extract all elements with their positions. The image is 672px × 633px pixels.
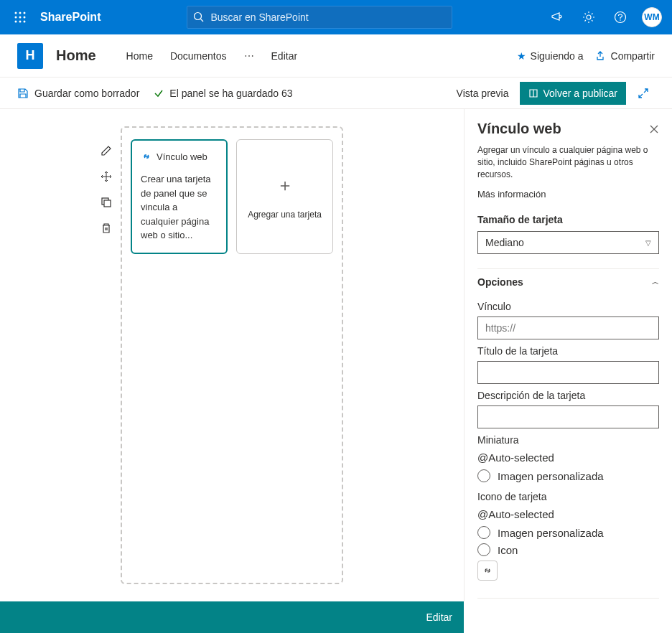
site-nav: Home Documentos ⋯ Editar xyxy=(126,50,298,62)
svg-point-2 xyxy=(24,12,26,14)
card-title-field-label: Título de la tarjeta xyxy=(477,345,659,357)
add-card-button[interactable]: ＋ Agregar una tarjeta xyxy=(236,139,333,254)
panel-close-button[interactable] xyxy=(649,124,659,134)
site-title: Home xyxy=(56,47,96,64)
saved-label: El panel se ha guardado 63 xyxy=(169,88,292,99)
audience-section-header[interactable]: Segmentación de audiencias ︿ xyxy=(477,598,659,601)
move-icon xyxy=(101,171,112,182)
move-card-button[interactable] xyxy=(95,165,118,188)
svg-point-1 xyxy=(19,12,22,14)
options-section-header[interactable]: Opciones ︿ xyxy=(477,268,659,295)
plus-icon: ＋ xyxy=(276,174,294,197)
bottom-bar: Editar xyxy=(0,601,464,633)
card-toolbar xyxy=(95,139,118,240)
expand-icon[interactable] xyxy=(638,88,655,99)
edit-card-button[interactable] xyxy=(95,139,118,162)
card-size-value: Mediano xyxy=(485,237,524,248)
svg-point-13 xyxy=(620,19,621,21)
thumbnail-label: Miniatura xyxy=(477,434,659,446)
preview-button[interactable]: Vista previa xyxy=(457,88,509,99)
dashboard-container: Vínculo web Crear una tarjeta de panel q… xyxy=(121,126,343,584)
user-avatar[interactable]: WM xyxy=(638,0,666,34)
close-icon xyxy=(649,124,659,134)
suite-bar: SharePoint WM xyxy=(0,0,672,34)
link-icon xyxy=(482,566,493,576)
options-label: Opciones xyxy=(477,276,523,288)
check-icon xyxy=(154,88,164,98)
pencil-icon xyxy=(101,145,112,156)
radio-icon xyxy=(477,543,490,556)
share-button[interactable]: Compartir xyxy=(595,50,655,62)
svg-point-5 xyxy=(24,17,26,19)
book-icon xyxy=(528,88,538,98)
nav-overflow-icon[interactable]: ⋯ xyxy=(244,50,254,62)
nav-item-edit[interactable]: Editar xyxy=(271,50,298,62)
republish-label: Volver a publicar xyxy=(543,88,617,99)
chevron-up-icon: ︿ xyxy=(652,277,659,287)
radio-icon xyxy=(477,526,490,539)
svg-point-9 xyxy=(195,13,202,20)
duplicate-card-button[interactable] xyxy=(95,191,118,214)
bottom-edit-button[interactable]: Editar xyxy=(426,611,452,623)
command-bar: Guardar como borrador El panel se ha gua… xyxy=(0,78,672,109)
avatar-initials: WM xyxy=(642,7,662,27)
card-icon-auto-selected: @Auto-selected xyxy=(477,508,659,520)
card-icon-icon-label: Icon xyxy=(498,544,518,556)
trash-icon xyxy=(101,222,112,234)
follow-button[interactable]: ★ Siguiendo a xyxy=(517,50,584,62)
card-body: Crear una tarjeta de panel que se vincul… xyxy=(141,172,218,243)
card-desc-field-label: Descripción de la tarjeta xyxy=(477,390,659,401)
link-field-label: Vínculo xyxy=(477,301,659,312)
more-info-link[interactable]: Más información xyxy=(477,189,659,200)
svg-point-8 xyxy=(24,21,26,23)
app-launcher-icon[interactable] xyxy=(3,0,37,34)
svg-point-3 xyxy=(15,17,17,19)
card-icon-custom-radio[interactable]: Imagen personalizada xyxy=(477,526,659,539)
site-logo[interactable]: H xyxy=(17,43,43,69)
svg-line-10 xyxy=(201,19,204,22)
card-title-input[interactable] xyxy=(477,361,659,384)
save-draft-label: Guardar como borrador xyxy=(34,88,139,99)
card-size-select[interactable]: Mediano ▽ xyxy=(477,231,659,254)
search-icon xyxy=(193,11,205,23)
web-link-card[interactable]: Vínculo web Crear una tarjeta de panel q… xyxy=(131,139,228,254)
share-label: Compartir xyxy=(611,50,655,62)
icon-picker-button[interactable] xyxy=(477,561,498,581)
svg-point-11 xyxy=(587,15,591,19)
help-icon[interactable] xyxy=(606,0,635,34)
chevron-down-icon: ▽ xyxy=(645,239,651,247)
nav-item-documentos[interactable]: Documentos xyxy=(170,50,227,62)
republish-button[interactable]: Volver a publicar xyxy=(520,82,626,105)
save-icon xyxy=(17,88,29,99)
settings-icon[interactable] xyxy=(574,0,603,34)
share-icon xyxy=(595,50,607,62)
copy-icon xyxy=(101,197,112,208)
delete-card-button[interactable] xyxy=(95,217,118,240)
megaphone-icon[interactable] xyxy=(543,0,571,34)
search-input[interactable] xyxy=(210,11,446,23)
site-header: H Home Home Documentos ⋯ Editar ★ Siguie… xyxy=(0,34,672,78)
card-icon-label: Icono de tarjeta xyxy=(477,491,659,502)
radio-icon xyxy=(477,469,490,482)
svg-point-4 xyxy=(19,17,22,19)
search-box[interactable] xyxy=(187,6,452,29)
brand-label: SharePoint xyxy=(40,11,101,24)
star-icon: ★ xyxy=(517,50,526,62)
follow-label: Siguiendo a xyxy=(531,50,584,62)
svg-point-6 xyxy=(15,21,17,23)
card-icon-icon-radio[interactable]: Icon xyxy=(477,543,659,556)
properties-panel: Vínculo web Agregar un vínculo a cualqui… xyxy=(464,109,672,601)
panel-title: Vínculo web xyxy=(477,121,561,137)
nav-item-home[interactable]: Home xyxy=(126,50,153,62)
canvas-area: Vínculo web Crear una tarjeta de panel q… xyxy=(0,109,464,601)
add-card-label: Agregar una tarjeta xyxy=(248,210,322,220)
card-icon-custom-label: Imagen personalizada xyxy=(498,527,604,539)
thumbnail-custom-label: Imagen personalizada xyxy=(498,470,604,482)
card-title: Vínculo web xyxy=(157,151,207,162)
save-draft-button[interactable]: Guardar como borrador xyxy=(17,88,139,99)
link-input[interactable] xyxy=(477,316,659,339)
card-size-label: Tamaño de tarjeta xyxy=(477,214,659,225)
card-desc-input[interactable] xyxy=(477,405,659,428)
svg-rect-15 xyxy=(104,200,111,207)
thumbnail-custom-radio[interactable]: Imagen personalizada xyxy=(477,469,659,482)
